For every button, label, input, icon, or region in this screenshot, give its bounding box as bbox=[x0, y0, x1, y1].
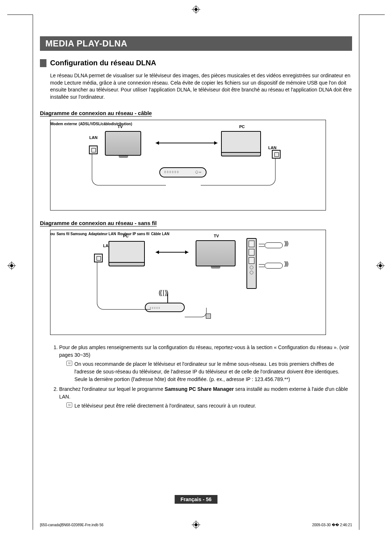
tv-stand-icon bbox=[211, 266, 220, 269]
diagram-wired: TV PC LAN LAN Modem externe (ADSL/VDSL/c… bbox=[50, 120, 326, 210]
subheading-wired: Diagramme de connexion au réseau - câble bbox=[40, 110, 352, 116]
wifi-waves-icon: (( | )) bbox=[159, 289, 168, 296]
intro-paragraph: Le réseau DLNA permet de visualiser sur … bbox=[50, 72, 352, 101]
registration-mark-icon bbox=[192, 520, 200, 529]
crop-mark bbox=[7, 15, 33, 15]
imprint-right: 2009-03-30 �� 2:46:21 bbox=[312, 523, 352, 527]
connector-icon bbox=[259, 264, 265, 267]
modem-sublabel: (ADSL/VDSL/câblodistribution) bbox=[79, 122, 132, 126]
registration-mark-icon bbox=[192, 5, 200, 14]
section-title-text: Configuration du réseau DLNA bbox=[50, 59, 156, 67]
pc-label: PC bbox=[239, 124, 245, 129]
note-1-text: Pour de plus amples renseignements sur l… bbox=[59, 344, 349, 358]
notes-list: Pour de plus amples renseignements sur l… bbox=[50, 344, 352, 410]
crop-mark bbox=[33, 15, 33, 530]
tv-icon bbox=[105, 131, 141, 156]
diagram-wireless: PC TV LAN ou Sans fil Samsung Adaptateur… bbox=[50, 230, 326, 335]
imprint-left: [650-canada]BN68-02089E-Fre.indb 56 bbox=[40, 523, 103, 527]
router-label: Routeur IP sans fil bbox=[118, 232, 150, 236]
note-1-sub: N On vous recommande de placer le télévi… bbox=[66, 360, 352, 383]
cable-icon bbox=[92, 154, 166, 185]
tv-label: TV bbox=[118, 124, 123, 129]
subheading-wireless: Diagramme de connexion au réseau - sans … bbox=[40, 220, 352, 226]
lan-port-icon bbox=[94, 254, 103, 262]
tv-label: TV bbox=[214, 234, 219, 238]
wireless-adapter-icon bbox=[265, 263, 283, 269]
adapter-label1: Sans fil Samsung bbox=[57, 232, 87, 236]
title-bar-icon bbox=[40, 59, 46, 67]
arrow-bidirectional-icon bbox=[156, 143, 217, 143]
note-2-sub-text: Le téléviseur peut être relié directemen… bbox=[74, 403, 256, 409]
adapter-label2: Adaptateur LAN bbox=[88, 232, 116, 236]
note-icon: N bbox=[66, 402, 72, 408]
arrow-bidirectional-icon bbox=[156, 252, 188, 253]
laptop-icon bbox=[221, 131, 261, 156]
wireless-adapter-icon bbox=[265, 242, 283, 248]
cable-icon bbox=[185, 308, 207, 317]
lan-label-pc: LAN bbox=[268, 146, 277, 150]
note-2-sub: N Le téléviseur peut être relié directem… bbox=[66, 402, 352, 410]
note-icon: N bbox=[66, 361, 72, 366]
modem-label: Modem externe bbox=[50, 122, 77, 126]
page-content: MEDIA PLAY-DLNA Configuration du réseau … bbox=[40, 36, 352, 504]
cable-icon bbox=[97, 262, 151, 310]
note-2: Branchez l'ordinateur sur lequel le prog… bbox=[59, 385, 352, 410]
cable-icon bbox=[201, 159, 275, 185]
pc-label: PC bbox=[123, 234, 128, 238]
note-1: Pour de plus amples renseignements sur l… bbox=[59, 344, 352, 383]
registration-mark-icon bbox=[376, 261, 385, 270]
page-banner: MEDIA PLAY-DLNA bbox=[40, 36, 352, 51]
connector-icon bbox=[259, 244, 265, 247]
modem-icon: ▯▯▯▯▯▯ ◯ ▭ bbox=[159, 167, 207, 177]
note-2-a: Branchez l'ordinateur sur lequel le prog… bbox=[59, 386, 165, 392]
wifi-waves-icon: ))) bbox=[284, 261, 288, 267]
section-title: Configuration du réseau DLNA bbox=[40, 59, 352, 67]
router-icon: ▯▯▯▯▯ bbox=[145, 303, 185, 312]
ou-label: ou bbox=[50, 232, 55, 236]
wifi-waves-icon: ))) bbox=[284, 240, 288, 247]
page-number-footer: Français - 56 bbox=[175, 495, 217, 504]
lan-label-tv: LAN bbox=[89, 135, 98, 140]
lan-port-icon bbox=[272, 150, 281, 159]
lan-port-icon bbox=[89, 146, 98, 154]
cable-label: Câble LAN bbox=[151, 232, 170, 236]
registration-mark-icon bbox=[7, 261, 16, 270]
note-2-bold: Samsung PC Share Manager bbox=[165, 386, 234, 392]
crop-mark bbox=[359, 15, 359, 530]
tv-icon bbox=[196, 240, 236, 266]
crop-mark bbox=[359, 15, 385, 15]
plug-icon bbox=[206, 314, 211, 319]
tv-back-panel-icon bbox=[246, 238, 257, 289]
note-1-sub-text: On vous recommande de placer le télévise… bbox=[74, 361, 339, 382]
